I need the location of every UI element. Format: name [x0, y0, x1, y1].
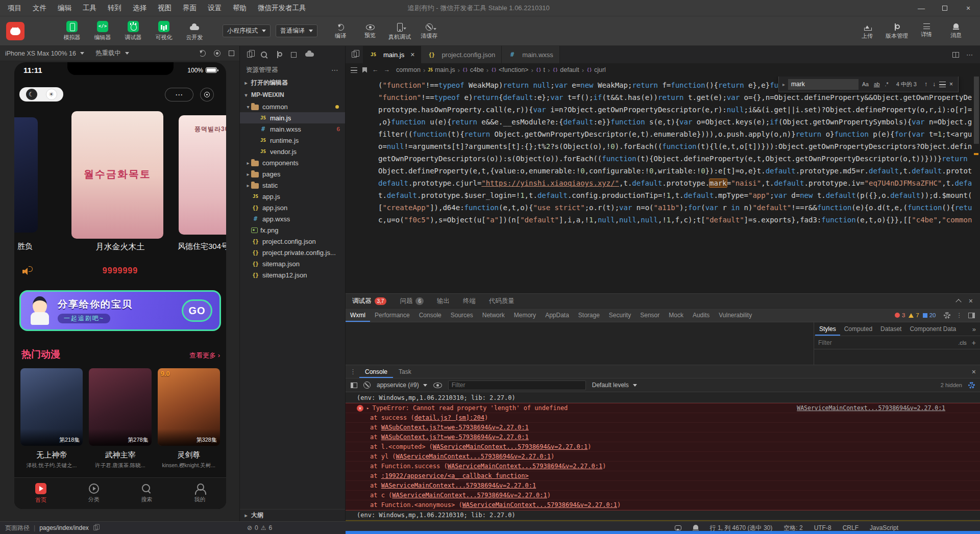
devtools-tab-Mock[interactable]: Mock — [664, 309, 688, 322]
stack-link[interactable]: WASubContext.js?t=we-57938694&v=2.27.0:1 — [381, 424, 529, 431]
add-style-icon[interactable]: + — [972, 339, 976, 347]
language-mode[interactable]: JavaScript — [870, 524, 898, 531]
stack-link[interactable]: WAServiceMainContext...57938694&v=2.27.0… — [396, 453, 551, 460]
stack-link[interactable]: detail.js? [sm]:204 — [414, 414, 484, 421]
menu-item[interactable]: 视图 — [152, 0, 177, 16]
toolbar-editor-button[interactable]: 编辑器 — [89, 21, 116, 41]
devtools-tab-Storage[interactable]: Storage — [574, 309, 604, 322]
editor-scrollbar[interactable] — [973, 77, 980, 293]
bookmark-icon[interactable] — [362, 67, 367, 73]
inspector-tab-Component Data[interactable]: Component Data — [905, 322, 960, 336]
scrollbar-thumb[interactable] — [974, 77, 979, 144]
code-editor[interactable]: ▸ Aa ab .* 4 中的 3 ↑ ↓ × ("function"!==ty… — [346, 77, 980, 293]
menu-icon[interactable] — [351, 67, 357, 73]
toolbar-upload-button[interactable]: 上传 — [853, 22, 881, 40]
breadcrumb-item[interactable]: {}c4be — [462, 66, 484, 73]
menu-item[interactable]: 工具 — [77, 0, 102, 16]
toolbar-debugger-button[interactable]: 调试器 — [119, 21, 147, 41]
menu-item[interactable]: 设置 — [202, 0, 227, 16]
project-root-section[interactable]: ▾MP-WEIXIN — [240, 89, 345, 101]
whole-word-icon[interactable]: ab — [872, 81, 881, 88]
console-sidebar-icon[interactable] — [351, 383, 357, 388]
capsule-close-button[interactable] — [200, 88, 214, 101]
toolbar-remote-debug-button[interactable]: 真机调试 — [386, 21, 413, 41]
menu-item[interactable]: 转到 — [102, 0, 127, 16]
anime-card[interactable]: 第278集 武神主宰 许子君.唐溪茶.陈晓... — [89, 368, 151, 469]
tree-item-project.private.config.js...[interactable]: {}project.private.config.js... — [240, 247, 345, 258]
panel-tab-调试器[interactable]: 调试器3,7 — [346, 294, 393, 308]
tree-item-app.wxss[interactable]: #app.wxss — [240, 213, 345, 224]
levels-select[interactable]: Default levels — [592, 382, 637, 389]
page-path-value[interactable]: pages/index/index — [39, 524, 89, 531]
carousel-item[interactable] — [14, 117, 38, 233]
tree-item-vendor.js[interactable]: JSvendor.js — [240, 146, 345, 157]
toolbar-visualizer-button[interactable]: 可视化 — [150, 21, 178, 41]
panel-tab-终端[interactable]: 终端 — [456, 294, 482, 308]
panel-tab-问题[interactable]: 问题6 — [393, 294, 430, 308]
tree-item-runtime.js[interactable]: JSruntime.js — [240, 135, 345, 146]
carousel-item[interactable]: 풍덕빌라304호 — [179, 115, 226, 235]
devtools-tab-Vulnerability[interactable]: Vulnerability — [714, 309, 756, 322]
git-icon[interactable] — [276, 51, 282, 58]
capsule-more-button[interactable]: ⋯ — [165, 88, 193, 101]
copy-path-icon[interactable] — [93, 525, 97, 530]
devtools-tab-Memory[interactable]: Memory — [509, 309, 541, 322]
menu-item[interactable]: 界面 — [177, 0, 202, 16]
tree-item-fx.png[interactable]: fx.png — [240, 224, 345, 236]
forward-icon[interactable]: → — [384, 66, 390, 73]
tab-category[interactable]: 分类 — [67, 478, 120, 509]
breadcrumb-item[interactable]: common — [396, 66, 421, 73]
eol[interactable]: CRLF — [843, 524, 859, 531]
tree-item-main.wxss[interactable]: #main.wxss6 — [240, 123, 345, 135]
console-settings-icon[interactable] — [968, 382, 975, 389]
context-select[interactable]: appservice (#9) — [377, 382, 427, 389]
devtools-tab-Audits[interactable]: Audits — [688, 309, 714, 322]
tree-item-sitemap.json[interactable]: {}sitemap.json — [240, 258, 345, 269]
console-filter-input[interactable] — [448, 380, 586, 390]
close-panel-icon[interactable]: × — [969, 297, 973, 305]
inspector-tab-Dataset[interactable]: Dataset — [876, 322, 905, 336]
devtools-tab-Sources[interactable]: Sources — [446, 309, 478, 322]
gear-icon[interactable] — [944, 312, 950, 319]
back-icon[interactable]: ← — [372, 66, 379, 73]
toggle-replace-icon[interactable]: ▸ — [782, 82, 785, 87]
breadcrumb-item[interactable]: {}default — [552, 66, 579, 73]
search-icon[interactable] — [261, 52, 267, 58]
tree-item-app.json[interactable]: {}app.json — [240, 202, 345, 213]
tree-item-main.js[interactable]: JSmain.js — [240, 112, 345, 123]
toolbar-simulator-button[interactable]: 模拟器 — [58, 21, 86, 41]
stack-link[interactable]: WASubContext.js?t=we-57938694&v=2.27.0:1 — [381, 434, 529, 441]
expand-caret-icon[interactable]: ▸ — [366, 404, 369, 412]
hot-reload-select[interactable]: 热重载中 — [95, 49, 129, 58]
sun-icon[interactable] — [46, 89, 57, 100]
cloud-icon[interactable] — [305, 53, 314, 57]
elements-pane[interactable] — [346, 322, 814, 365]
tree-item-sitemap12.json[interactable]: {}sitemap12.json — [240, 269, 345, 281]
dock-side-icon[interactable] — [968, 313, 975, 318]
menu-item[interactable]: 微信开发者工具 — [252, 0, 312, 16]
stack-link[interactable]: WAServiceMainContext...57938694&v=2.27.0… — [448, 463, 602, 470]
breadcrumb-item[interactable]: {}t — [536, 66, 545, 73]
inspector-tab-Styles[interactable]: Styles — [815, 322, 840, 336]
compile-mode-select[interactable]: 普通编译 — [276, 24, 317, 37]
bell-icon[interactable] — [693, 525, 699, 531]
toolbar-details-button[interactable]: 详情 — [913, 22, 940, 40]
menu-item[interactable]: 选择 — [127, 0, 152, 16]
stack-link[interactable]: :19922/appservice/<a_ callback function> — [381, 472, 529, 479]
find-input[interactable] — [788, 79, 859, 90]
toolbar-cloud-button[interactable]: 云开发 — [181, 21, 208, 41]
encoding[interactable]: UTF-8 — [814, 524, 831, 531]
moon-icon[interactable] — [26, 89, 37, 100]
maximize-button[interactable] — [933, 0, 957, 16]
match-case-icon[interactable]: Aa — [861, 81, 870, 88]
files-icon[interactable] — [247, 52, 252, 58]
menu-item[interactable]: 编辑 — [52, 0, 77, 16]
anime-card[interactable]: 9.0 第328集 灵剑尊 kinsen.樱knight.关树... — [158, 368, 220, 469]
devtools-tab-Security[interactable]: Security — [604, 309, 635, 322]
breadcrumb-item[interactable]: {}<function> — [491, 66, 528, 73]
menu-item[interactable]: 项目 — [2, 0, 27, 16]
rotate-icon[interactable] — [199, 50, 206, 57]
cls-toggle[interactable]: .cls — [958, 340, 967, 346]
tree-item-components[interactable]: ▸components — [240, 157, 345, 168]
devtools-tab-Network[interactable]: Network — [478, 309, 509, 322]
